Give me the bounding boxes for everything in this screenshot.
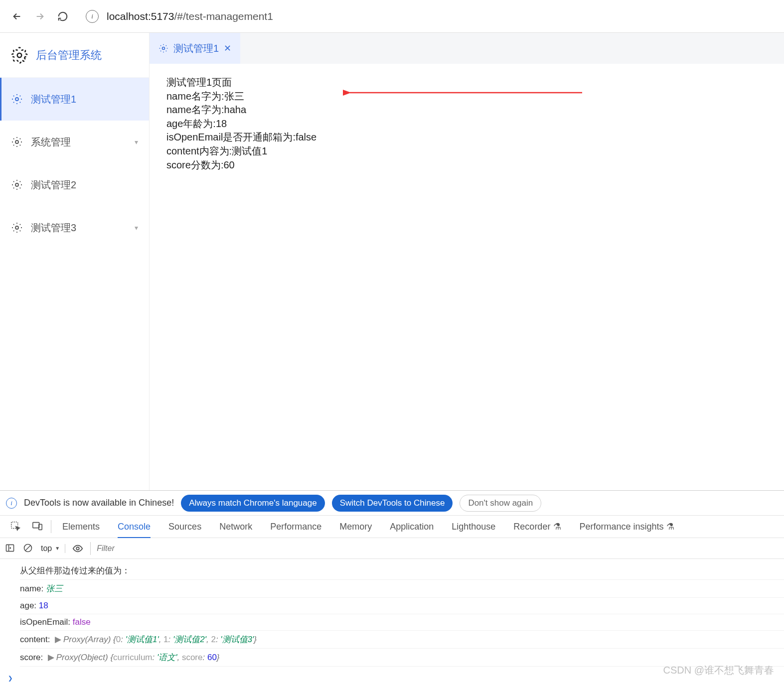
tab-test1[interactable]: 测试管理1 ✕ [150, 33, 240, 64]
forward-button[interactable] [34, 10, 46, 22]
flask-icon: ⚗ [553, 521, 561, 532]
tab-performance[interactable]: Performance [261, 516, 330, 538]
gear-icon [11, 47, 28, 64]
tab-perf-insights[interactable]: Performance insights⚗ [570, 516, 683, 538]
sidebar: 后台管理系统 测试管理1 系统管理 ▾ 测试管理2 测试管理3 [0, 33, 150, 490]
chevron-down-icon: ▾ [135, 224, 138, 232]
gear-icon [11, 222, 23, 234]
sidebar-toggle-icon[interactable] [5, 543, 16, 554]
notice-text: DevTools is now available in Chinese! [24, 498, 174, 508]
tab-label: 测试管理1 [173, 42, 219, 55]
app-title: 后台管理系统 [36, 48, 102, 63]
context-selector[interactable]: top▼ [41, 544, 65, 553]
console-line: 从父组件那边传过来的值为： [20, 562, 784, 580]
console-line: name: 张三 [20, 580, 784, 598]
sidebar-item-label: 测试管理3 [31, 221, 127, 235]
reload-button[interactable] [57, 10, 69, 22]
tab-elements[interactable]: Elements [53, 516, 109, 538]
devtools-panel: i DevTools is now available in Chinese! … [0, 490, 784, 687]
match-language-button[interactable]: Always match Chrome's language [181, 495, 324, 512]
content-line: content内容为:测试值1 [166, 144, 767, 158]
flask-icon: ⚗ [666, 521, 674, 532]
console-line: isOpenEmail: false [20, 614, 784, 631]
svg-point-14 [76, 547, 79, 550]
svg-point-2 [15, 140, 18, 143]
devtools-tabs: Elements Console Sources Network Perform… [0, 516, 784, 538]
main-area: 测试管理1 ✕ 测试管理1页面 name名字为:张三 name名字为:haha … [150, 33, 784, 490]
content-line: name名字为:haha [166, 103, 767, 117]
svg-rect-8 [33, 523, 39, 528]
console-prompt[interactable]: ❯ [0, 670, 784, 687]
info-icon: i [6, 498, 17, 509]
tab-memory[interactable]: Memory [330, 516, 381, 538]
svg-point-4 [15, 226, 18, 229]
filter-input[interactable] [90, 542, 779, 555]
gear-icon [11, 136, 23, 148]
content-line: age年龄为:18 [166, 117, 767, 131]
sidebar-item-test3[interactable]: 测试管理3 ▾ [0, 206, 149, 249]
content-line: isOpenEmail是否开通邮箱为:false [166, 131, 767, 144]
console-output: 从父组件那边传过来的值为： name: 张三 age: 18 isOpenEma… [0, 559, 784, 670]
dont-show-button[interactable]: Don't show again [460, 495, 541, 512]
gear-icon [11, 93, 23, 105]
gear-icon [11, 179, 23, 191]
logo: 后台管理系统 [0, 33, 149, 78]
sidebar-item-label: 系统管理 [31, 136, 127, 149]
svg-point-1 [15, 98, 18, 101]
tab-sources[interactable]: Sources [159, 516, 210, 538]
tab-application[interactable]: Application [381, 516, 443, 538]
tab-network[interactable]: Network [210, 516, 261, 538]
clear-console-icon[interactable] [23, 543, 34, 554]
console-line: age: 18 [20, 598, 784, 614]
sidebar-item-test2[interactable]: 测试管理2 [0, 163, 149, 206]
sidebar-item-label: 测试管理2 [31, 178, 138, 192]
svg-point-3 [15, 183, 18, 186]
gear-icon [158, 43, 168, 53]
red-arrow-annotation [343, 87, 592, 99]
console-line: content: ▶Proxy(Array) {0: '测试值1', 1: '测… [20, 631, 784, 649]
app-region: 后台管理系统 测试管理1 系统管理 ▾ 测试管理2 测试管理3 [0, 33, 784, 490]
svg-point-0 [17, 53, 22, 57]
sidebar-item-label: 测试管理1 [31, 93, 138, 106]
svg-line-13 [25, 546, 30, 550]
browser-toolbar: i localhost:5173/#/test-management1 [0, 0, 784, 33]
site-info-icon[interactable]: i [86, 10, 99, 23]
tab-console[interactable]: Console [109, 516, 159, 538]
console-toolbar: top▼ [0, 538, 784, 559]
switch-chinese-button[interactable]: Switch DevTools to Chinese [332, 495, 453, 512]
url-text[interactable]: localhost:5173/#/test-management1 [107, 10, 273, 22]
eye-icon[interactable] [72, 543, 83, 554]
inspect-icon[interactable] [10, 521, 22, 533]
content-line: score分数为:60 [166, 158, 767, 172]
console-line: score: ▶Proxy(Object) {curriculum: '语文',… [20, 649, 784, 667]
page-content: 测试管理1页面 name名字为:张三 name名字为:haha age年龄为:1… [150, 64, 784, 490]
chevron-down-icon: ▾ [135, 138, 138, 146]
sidebar-item-system[interactable]: 系统管理 ▾ [0, 121, 149, 163]
close-icon[interactable]: ✕ [224, 43, 231, 54]
svg-point-5 [162, 47, 165, 50]
device-icon[interactable] [32, 521, 44, 533]
back-button[interactable] [11, 10, 23, 22]
tab-bar: 测试管理1 ✕ [150, 33, 784, 64]
tab-recorder[interactable]: Recorder⚗ [504, 516, 570, 538]
sidebar-item-test1[interactable]: 测试管理1 [0, 78, 149, 121]
tab-lighthouse[interactable]: Lighthouse [443, 516, 504, 538]
devtools-notice: i DevTools is now available in Chinese! … [0, 491, 784, 516]
